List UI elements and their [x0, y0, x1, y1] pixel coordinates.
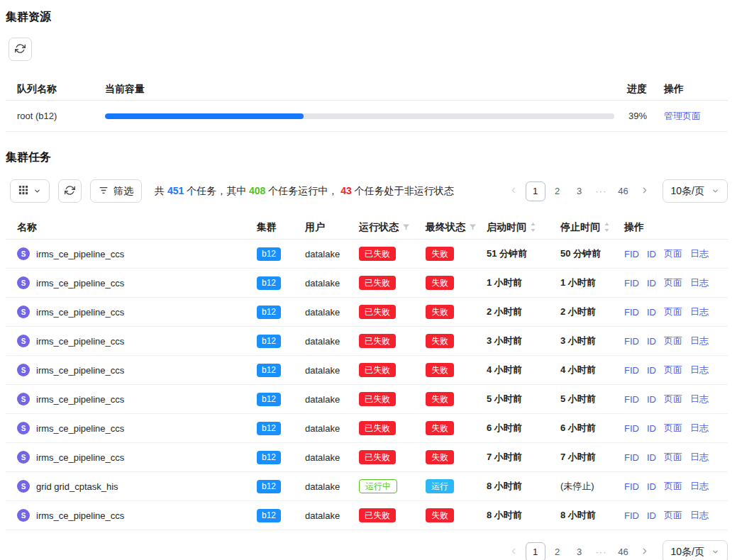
page-button-1[interactable]: 1: [526, 542, 545, 560]
page-link[interactable]: 页面: [664, 393, 682, 405]
start-time: 2 小时前: [487, 306, 560, 318]
id-link[interactable]: ID: [647, 452, 656, 463]
stop-time: 50 分钟前: [560, 247, 624, 260]
page-button-2[interactable]: 2: [548, 181, 567, 201]
id-link[interactable]: ID: [647, 278, 656, 289]
fid-link[interactable]: FID: [624, 423, 639, 434]
table-row: S irms_ce_pipeline_ccs b12 datalake 已失败 …: [6, 240, 728, 269]
page-link[interactable]: 页面: [664, 480, 682, 493]
page-link[interactable]: 页面: [664, 451, 682, 464]
col-header-ops: 操作: [624, 221, 644, 234]
run-status-tag: 已失败: [359, 247, 396, 261]
id-link[interactable]: ID: [647, 365, 656, 376]
log-link[interactable]: 日志: [690, 393, 709, 405]
fid-link[interactable]: FID: [624, 481, 639, 492]
page-link[interactable]: 页面: [664, 247, 682, 260]
chevron-left-icon: [509, 547, 519, 558]
cluster-tag: b12: [257, 335, 281, 348]
page-link[interactable]: 页面: [664, 306, 682, 318]
page-button-3[interactable]: 3: [570, 181, 589, 201]
next-page-button[interactable]: [636, 182, 654, 201]
log-link[interactable]: 日志: [690, 451, 709, 464]
log-link[interactable]: 日志: [690, 364, 709, 376]
row-actions: FIDID页面日志: [624, 335, 716, 347]
columns-config-button[interactable]: [10, 179, 50, 203]
toolbar-pagination-area: 123···46 10条/页: [505, 179, 728, 203]
page-link[interactable]: 页面: [664, 364, 682, 376]
final-status-tag: 失败: [426, 421, 454, 435]
id-link[interactable]: ID: [647, 481, 656, 492]
final-status-tag: 失败: [426, 247, 454, 261]
id-link[interactable]: ID: [647, 307, 656, 318]
page-button-2[interactable]: 2: [548, 542, 567, 560]
log-link[interactable]: 日志: [690, 306, 709, 318]
log-link[interactable]: 日志: [690, 480, 709, 493]
id-link[interactable]: ID: [647, 510, 656, 521]
stop-time: 3 小时前: [560, 335, 624, 347]
id-link[interactable]: ID: [647, 249, 656, 259]
resources-refresh-button[interactable]: [9, 38, 32, 61]
stop-time-sort-icon[interactable]: [604, 223, 610, 232]
id-link[interactable]: ID: [647, 423, 656, 434]
task-user: datalake: [305, 249, 359, 259]
page-link[interactable]: 页面: [664, 276, 682, 289]
log-link[interactable]: 日志: [690, 509, 709, 522]
filter-lines-icon: [99, 186, 109, 197]
prev-page-button[interactable]: [505, 182, 523, 201]
final-status-tag: 失败: [426, 450, 454, 464]
start-time-sort-icon[interactable]: [530, 223, 536, 232]
fid-link[interactable]: FID: [624, 307, 639, 318]
fid-link[interactable]: FID: [624, 365, 639, 376]
run-status-filter-icon[interactable]: [402, 223, 410, 231]
page-button-46[interactable]: 46: [614, 542, 633, 560]
log-link[interactable]: 日志: [690, 247, 709, 260]
fid-link[interactable]: FID: [624, 249, 639, 259]
page-button-46[interactable]: 46: [614, 181, 633, 201]
fid-link[interactable]: FID: [624, 510, 639, 521]
manage-page-link[interactable]: 管理页面: [664, 111, 701, 121]
prev-page-button[interactable]: [505, 543, 523, 560]
page-button-1[interactable]: 1: [526, 181, 545, 201]
fid-link[interactable]: FID: [624, 336, 639, 347]
tasks-refresh-button[interactable]: [58, 179, 82, 203]
log-link[interactable]: 日志: [690, 276, 709, 289]
cluster-resources-title: 集群资源: [6, 10, 728, 25]
start-time: 6 小时前: [487, 422, 560, 435]
page-size-select[interactable]: 10条/页: [663, 179, 728, 203]
log-link[interactable]: 日志: [690, 422, 709, 435]
page-link[interactable]: 页面: [664, 422, 682, 435]
next-page-button[interactable]: [636, 543, 654, 560]
page-size-select[interactable]: 10条/页: [663, 540, 728, 560]
page-link[interactable]: 页面: [664, 335, 682, 347]
page-button-3[interactable]: 3: [570, 542, 589, 560]
avatar: S: [17, 276, 30, 289]
task-summary: 共 451 个任务，其中 408 个任务运行中， 43 个任务处于非运行状态: [155, 185, 454, 198]
task-user: datalake: [305, 481, 359, 492]
log-link[interactable]: 日志: [690, 335, 709, 347]
chevron-down-icon: [711, 186, 719, 197]
tasks-table: 名称 集群 用户 运行状态 最终状态 启动时间 停止时间: [6, 215, 728, 530]
id-link[interactable]: ID: [647, 336, 656, 347]
page-list: 123···46: [526, 181, 633, 201]
fid-link[interactable]: FID: [624, 452, 639, 463]
task-user: datalake: [305, 336, 359, 347]
avatar: S: [17, 480, 30, 493]
capacity-progress-fill: [105, 113, 304, 119]
fid-link[interactable]: FID: [624, 278, 639, 289]
chevron-right-icon: [640, 186, 649, 197]
cluster-tasks-title: 集群任务: [6, 150, 728, 165]
resources-table: 队列名称 当前容量 进度 操作 root (b12) 39% 管理页面: [6, 78, 728, 132]
id-link[interactable]: ID: [647, 394, 656, 405]
resources-table-header: 队列名称 当前容量 进度 操作: [6, 78, 728, 101]
task-user: datalake: [305, 394, 359, 405]
avatar: S: [17, 247, 30, 260]
final-status-filter-icon[interactable]: [469, 223, 477, 231]
task-name: irms_ce_pipeline_ccs: [36, 452, 124, 463]
filter-button[interactable]: 筛选: [90, 179, 142, 203]
queue-name: root (b12): [17, 111, 105, 121]
task-name: irms_ce_pipeline_ccs: [36, 249, 124, 259]
fid-link[interactable]: FID: [624, 394, 639, 405]
page-size-value: 10条/页: [671, 185, 704, 198]
page-link[interactable]: 页面: [664, 509, 682, 522]
tasks-table-header: 名称 集群 用户 运行状态 最终状态 启动时间 停止时间: [6, 215, 728, 240]
